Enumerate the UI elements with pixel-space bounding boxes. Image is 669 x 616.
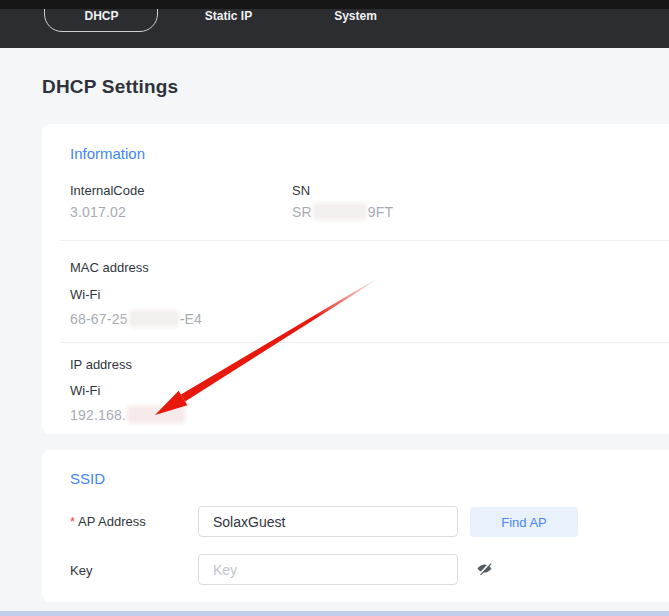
tab-static-ip-label: Static IP (205, 9, 252, 23)
tab-static-ip[interactable]: Static IP (165, 0, 292, 23)
divider (60, 240, 669, 241)
tab-system[interactable]: System (292, 0, 419, 23)
mac-value-prefix: 68-67-25 (70, 311, 128, 327)
eye-slash-icon[interactable] (476, 560, 494, 578)
page-title: DHCP Settings (42, 76, 178, 98)
mac-address-value: 68-67-25-E4 (70, 311, 202, 327)
mac-address-label: MAC address (70, 260, 149, 275)
sn-value-prefix: SR (292, 204, 312, 220)
ip-address-label: IP address (70, 357, 132, 372)
ap-address-input[interactable] (198, 506, 458, 537)
mac-value-suffix: -E4 (180, 311, 202, 327)
ssid-heading: SSID (70, 470, 105, 487)
sn-value: SR9FT (292, 204, 393, 220)
ip-address-value: 192.168. (70, 407, 186, 423)
ap-address-label-text: AP Address (78, 514, 146, 529)
mac-redacted-blur (131, 312, 177, 325)
find-ap-button[interactable]: Find AP (470, 507, 578, 537)
tab-bar: DHCP Static IP System (38, 0, 419, 23)
ap-address-label: *AP Address (70, 514, 146, 529)
required-asterisk: * (70, 514, 75, 529)
ip-wifi-label: Wi-Fi (70, 383, 100, 398)
sn-redacted-blur (315, 205, 365, 218)
information-heading: Information (70, 145, 145, 162)
mac-wifi-label: Wi-Fi (70, 287, 100, 302)
sn-label: SN (292, 183, 310, 198)
ip-value-prefix: 192.168. (70, 407, 126, 423)
sn-value-suffix: 9FT (368, 204, 394, 220)
tab-dhcp[interactable]: DHCP (38, 0, 165, 23)
header-bar: DHCP Static IP System (0, 0, 669, 48)
information-card: Information InternalCode 3.017.02 SN SR9… (42, 124, 669, 434)
divider (60, 342, 669, 343)
ssid-card: SSID *AP Address Find AP Key (42, 450, 669, 602)
internal-code-label: InternalCode (70, 183, 144, 198)
tab-system-label: System (334, 9, 377, 23)
key-label: Key (70, 563, 92, 578)
bottom-scroll-band[interactable] (0, 611, 669, 616)
internal-code-value: 3.017.02 (70, 204, 126, 220)
tab-dhcp-label: DHCP (84, 9, 118, 23)
ip-redacted-blur (129, 408, 183, 421)
key-input[interactable] (198, 554, 458, 585)
